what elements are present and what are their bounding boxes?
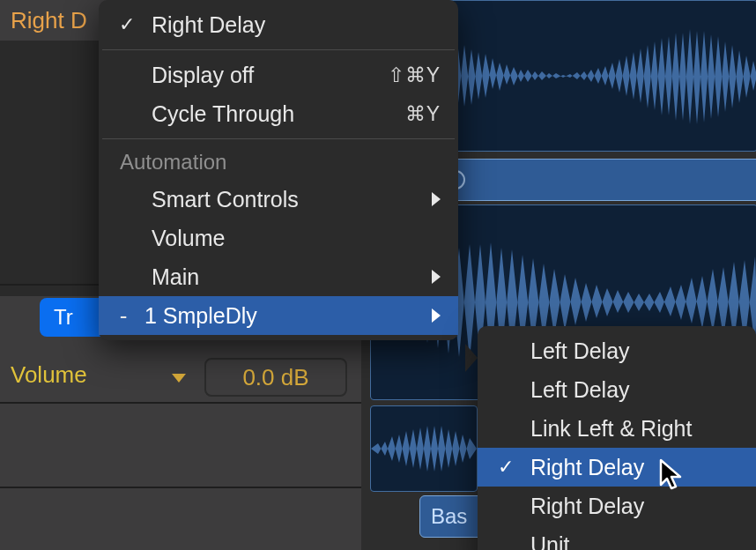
shortcut: ⌘Y [405, 102, 441, 126]
menu-section-header: Automation [99, 145, 458, 180]
submenu-arrow-icon [432, 192, 441, 206]
menu-item-current-param[interactable]: ✓ Right Delay [99, 5, 458, 44]
menu-item-right-delay[interactable]: ✓Right Delay [478, 487, 756, 525]
checkmark-icon: ✓ [493, 456, 518, 479]
automation-param-label[interactable]: Right D [11, 7, 87, 34]
menu-item-display-off[interactable]: Display off ⇧⌘Y [99, 56, 458, 94]
region-name: Bas [431, 504, 467, 529]
divider [0, 402, 361, 404]
menu-item-left-delay[interactable]: ✓Left Delay [478, 331, 756, 370]
menu-item-plugin-1-smpledly[interactable]: - 1 SmpleDly [99, 296, 458, 335]
submenu-caret-icon [465, 344, 478, 372]
menu-item-unit[interactable]: ✓Unit [478, 525, 756, 550]
menu-separator [102, 138, 455, 139]
bypass-dash-icon: - [115, 302, 132, 330]
menu-separator [102, 49, 455, 50]
checkmark-icon: ✓ [115, 13, 139, 36]
divider [0, 487, 361, 488]
volume-db-value[interactable]: 0.0 dB [204, 358, 347, 397]
smpledly-parameter-submenu: ✓Left Delay ✓Left Delay ✓Link Left & Rig… [478, 326, 756, 550]
menu-item-right-delay[interactable]: ✓Right Delay [478, 448, 756, 487]
automation-parameter-menu: ✓ Right Delay Display off ⇧⌘Y Cycle Thro… [99, 0, 458, 340]
audio-region-waveform[interactable] [370, 405, 478, 492]
shortcut: ⇧⌘Y [388, 63, 441, 87]
menu-item-link-left-right[interactable]: ✓Link Left & Right [478, 409, 756, 448]
menu-item-smart-controls[interactable]: Smart Controls [99, 180, 458, 219]
menu-item-main[interactable]: Main [99, 257, 458, 296]
dropdown-caret-icon[interactable] [172, 374, 186, 383]
menu-item-cycle-through[interactable]: Cycle Through ⌘Y [99, 94, 458, 133]
submenu-arrow-icon [432, 270, 441, 284]
menu-item-left-delay[interactable]: ✓Left Delay [478, 370, 756, 409]
logic-pro-automation-menu-screenshot: Right D Tr Volume 0.0 dB tar.6 Bas ✓ [0, 0, 756, 550]
menu-item-volume[interactable]: Volume [99, 219, 458, 257]
submenu-arrow-icon [432, 308, 441, 323]
volume-label[interactable]: Volume [11, 361, 87, 389]
